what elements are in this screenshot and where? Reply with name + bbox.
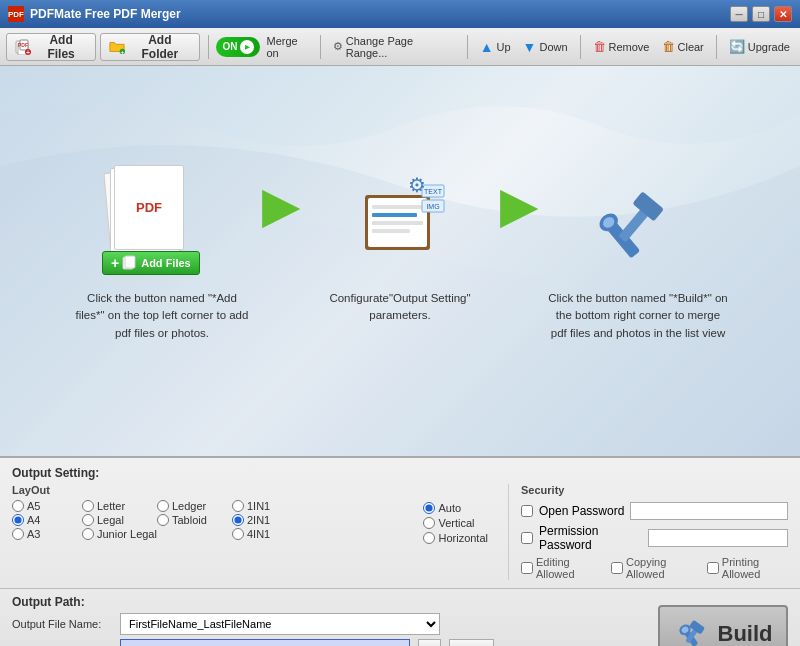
layout-1in1-radio[interactable] xyxy=(232,500,244,512)
layout-a4-option[interactable]: A4 xyxy=(12,514,82,526)
step-2-text: Configurate"Output Setting" parameters. xyxy=(310,290,490,325)
layout-tabloid-radio[interactable] xyxy=(157,514,169,526)
layout-junior-radio[interactable] xyxy=(82,528,94,540)
upgrade-button[interactable]: 🔄 Upgrade xyxy=(725,37,794,56)
remove-button[interactable]: 🗑 Remove xyxy=(589,37,654,56)
svg-text:+: + xyxy=(121,48,125,55)
add-files-visual-label: Add Files xyxy=(141,257,191,269)
arrow-1: ▶ xyxy=(262,160,300,230)
filename-select[interactable]: FirstFileName_LastFileName xyxy=(120,613,440,635)
layout-2in1-option[interactable]: 2IN1 xyxy=(232,514,287,526)
layout-title: LayOut xyxy=(12,484,403,496)
remove-label: Remove xyxy=(609,41,650,53)
layout-a5-option[interactable]: A5 xyxy=(12,500,82,512)
settings-row: LayOut A5 Letter Ledger 1IN1 A4 xyxy=(12,484,788,580)
svg-text:+: + xyxy=(26,49,30,55)
maximize-button[interactable]: □ xyxy=(752,6,770,22)
printing-allowed-checkbox[interactable] xyxy=(707,562,719,574)
layout-2in1-radio[interactable] xyxy=(232,514,244,526)
bottom-area: Output Path: Output File Name: FirstFile… xyxy=(0,588,800,646)
orientation-section: Auto Vertical Horizontal xyxy=(423,502,488,544)
svg-rect-12 xyxy=(372,205,423,209)
open-folder-button[interactable]: Open xyxy=(449,639,494,646)
add-files-visual-btn: + Add Files xyxy=(102,251,200,275)
settings-panel: Output Setting: LayOut A5 Letter Ledger … xyxy=(0,456,800,588)
editing-allowed-item: Editing Allowed xyxy=(521,556,599,580)
down-button[interactable]: ▼ Down xyxy=(519,37,572,57)
plus-icon: + xyxy=(111,255,119,271)
toggle-state: ON xyxy=(222,41,237,52)
layout-legal-option[interactable]: Legal xyxy=(82,514,157,526)
security-title: Security xyxy=(521,484,788,496)
layout-letter-option[interactable]: Letter xyxy=(82,500,157,512)
open-password-field[interactable] xyxy=(630,502,788,520)
permission-password-label: Permission Password xyxy=(539,524,642,552)
copying-allowed-checkbox[interactable] xyxy=(611,562,623,574)
security-section: Security Open Password Permission Passwo… xyxy=(508,484,788,580)
svg-text:IMG: IMG xyxy=(426,203,439,210)
open-password-checkbox[interactable] xyxy=(521,505,533,517)
folder-input[interactable] xyxy=(120,639,410,646)
window-controls: ─ □ ✕ xyxy=(730,6,792,22)
add-files-button[interactable]: PDF + Add Files xyxy=(6,33,96,61)
up-icon: ▲ xyxy=(480,39,494,55)
separator-4 xyxy=(580,35,581,59)
add-files-icon: PDF + xyxy=(15,39,31,55)
permission-password-checkbox[interactable] xyxy=(521,532,533,544)
svg-rect-13 xyxy=(372,213,417,217)
svg-text:⚙: ⚙ xyxy=(408,174,426,196)
minimize-button[interactable]: ─ xyxy=(730,6,748,22)
add-folder-icon: + xyxy=(109,39,125,55)
layout-legal-radio[interactable] xyxy=(82,514,94,526)
layout-a5-radio[interactable] xyxy=(12,500,24,512)
permission-password-row: Permission Password xyxy=(521,524,788,552)
open-password-row: Open Password xyxy=(521,502,788,520)
svg-rect-15 xyxy=(372,229,410,233)
change-page-range-button[interactable]: ⚙ Change Page Range... xyxy=(329,33,459,61)
layout-4in1-radio[interactable] xyxy=(232,528,244,540)
layout-junior-option[interactable]: Junior Legal xyxy=(82,528,232,540)
editing-allowed-checkbox[interactable] xyxy=(521,562,533,574)
separator-1 xyxy=(208,35,209,59)
close-button[interactable]: ✕ xyxy=(774,6,792,22)
files-stack-icon xyxy=(122,255,138,271)
separator-5 xyxy=(716,35,717,59)
layout-1in1-option[interactable]: 1IN1 xyxy=(232,500,287,512)
layout-tabloid-option[interactable]: Tabloid xyxy=(157,514,232,526)
step-1: JPG PDF + Add Files Click the b xyxy=(62,160,262,342)
merge-toggle[interactable]: ON xyxy=(216,37,260,57)
add-folder-button[interactable]: + Add Folder xyxy=(100,33,199,61)
merge-label: Merge on xyxy=(266,35,311,59)
arrow-2: ▶ xyxy=(500,160,538,230)
file-page-front: PDF xyxy=(114,165,184,250)
permission-password-field[interactable] xyxy=(648,529,788,547)
layout-a3-option[interactable]: A3 xyxy=(12,528,82,540)
svg-text:TEXT: TEXT xyxy=(424,188,443,195)
browse-button[interactable]: ... xyxy=(418,639,441,646)
layout-ledger-option[interactable]: Ledger xyxy=(157,500,232,512)
output-setting-label: Output Setting: xyxy=(12,466,788,480)
step-3-icon xyxy=(588,160,688,280)
orientation-auto-radio[interactable] xyxy=(423,502,435,514)
step-1-text: Click the button named "*Add files*" on … xyxy=(72,290,252,342)
orientation-vertical-option[interactable]: Vertical xyxy=(423,517,488,529)
layout-4in1-option[interactable]: 4IN1 xyxy=(232,528,287,540)
orientation-vertical-radio[interactable] xyxy=(423,517,435,529)
build-button[interactable]: Build xyxy=(658,605,788,646)
layout-letter-radio[interactable] xyxy=(82,500,94,512)
layout-ledger-radio[interactable] xyxy=(157,500,169,512)
clear-button[interactable]: 🗑 Clear xyxy=(658,37,708,56)
up-label: Up xyxy=(497,41,511,53)
arrow-2-icon: ▶ xyxy=(500,180,538,230)
svg-rect-14 xyxy=(372,221,423,225)
layout-a3-radio[interactable] xyxy=(12,528,24,540)
layout-a4-radio[interactable] xyxy=(12,514,24,526)
copying-allowed-label: Copying Allowed xyxy=(626,556,695,580)
step-3: Click the button named "*Build*" on the … xyxy=(538,160,738,342)
clear-icon: 🗑 xyxy=(662,39,675,54)
orientation-horizontal-radio[interactable] xyxy=(423,532,435,544)
orientation-auto-option[interactable]: Auto xyxy=(423,502,488,514)
layout-section: LayOut A5 Letter Ledger 1IN1 A4 xyxy=(12,484,403,540)
orientation-horizontal-option[interactable]: Horizontal xyxy=(423,532,488,544)
up-button[interactable]: ▲ Up xyxy=(476,37,515,57)
